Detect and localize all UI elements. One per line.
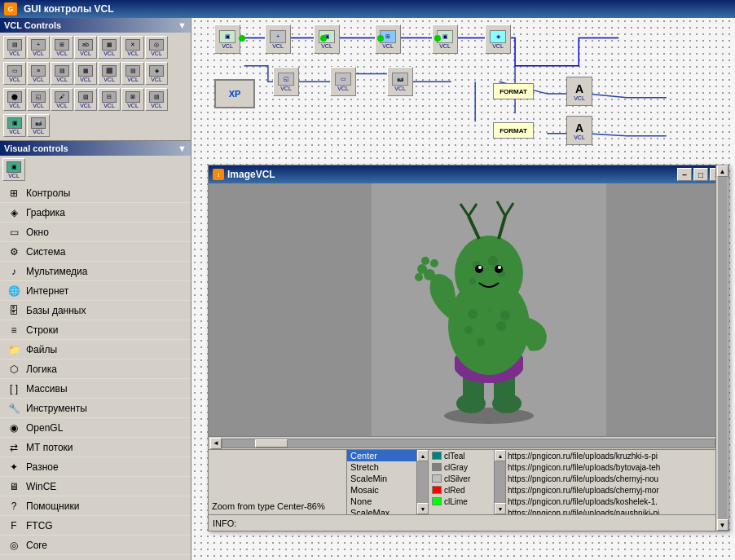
nav-item-system[interactable]: ⚙ Система [0, 242, 191, 262]
tool-r2-7[interactable]: ◈ VCL [145, 62, 168, 85]
tool-vcl-4[interactable]: ab VCL [74, 36, 97, 59]
hscroll-left[interactable]: ◄ [210, 438, 222, 449]
url-item-2[interactable]: https://pngicon.ru/file/uploads/bytovaja… [506, 461, 717, 473]
format-box-2[interactable]: FORMAT [493, 122, 534, 139]
minimize-button[interactable]: – [677, 168, 692, 181]
node-a-1[interactable]: A VCL [566, 77, 592, 106]
node-icon-2: + [270, 30, 286, 43]
svg-point-32 [455, 236, 523, 311]
color-item-silver[interactable]: clSilver [429, 473, 494, 484]
nav-item-ftcg[interactable]: F FTCG [0, 516, 191, 536]
nav-item-arrays[interactable]: [ ] Массивы [0, 379, 191, 399]
nav-item-kernelchip[interactable]: ⬡ KernelChip [0, 555, 191, 560]
list-item-stretch[interactable]: Stretch [347, 461, 416, 473]
nav-item-database[interactable]: 🗄 Базы данных [0, 301, 191, 320]
color-scrollbar[interactable]: ▲ ▼ [494, 450, 505, 514]
tool-r2-4[interactable]: ▦ VCL [74, 62, 97, 85]
node-1[interactable]: ▣ VCL [214, 24, 240, 54]
tool-r3-5[interactable]: ⊟ VCL [98, 88, 121, 111]
hscroll-thumb[interactable] [255, 439, 288, 448]
url-item-1[interactable]: https://pngicon.ru/file/uploads/kruzhki-… [506, 450, 717, 461]
nav-item-controls[interactable]: ⊞ Контролы [0, 183, 191, 203]
internet-icon: 🌐 [7, 284, 21, 298]
tool-r2-5[interactable]: ⬛ VCL [98, 62, 121, 85]
node-3[interactable]: ▣ VCL [314, 24, 340, 54]
tool-r4-1[interactable]: ▣ VCL [3, 114, 26, 137]
tool-vcl-7[interactable]: ◎ VCL [145, 36, 168, 59]
node-a-2[interactable]: A VCL [566, 116, 592, 145]
nav-item-internet[interactable]: 🌐 Интернет [0, 281, 191, 301]
wince-icon: 🖥 [7, 479, 21, 494]
nav-item-opengl[interactable]: ◉ OpenGL [0, 418, 191, 438]
visual-controls-toggle[interactable]: ▼ [178, 143, 187, 153]
node-2[interactable]: + VCL [265, 24, 291, 54]
color-scroll-up[interactable]: ▲ [495, 450, 506, 461]
tool-r3-1[interactable]: ⬤ VCL [3, 88, 26, 111]
maximize-button[interactable]: □ [693, 168, 708, 181]
color-item-gray[interactable]: clGray [429, 461, 494, 473]
tool-vcl-1[interactable]: ▤ VCL [3, 36, 26, 59]
color-item-lime[interactable]: clLime [429, 496, 494, 507]
node-r2-1[interactable]: ◱ VCL [273, 67, 299, 96]
list-scroll-up[interactable]: ▲ [417, 450, 429, 461]
list-scroll-down[interactable]: ▼ [417, 503, 429, 514]
image-vscrollbar[interactable]: ▲ ▼ [715, 165, 728, 531]
color-scroll-down[interactable]: ▼ [495, 503, 506, 514]
url-item-6[interactable]: https://pngicon.ru/file/uploads/naushnik… [506, 507, 717, 514]
tool-r3-4[interactable]: ▧ VCL [74, 88, 97, 111]
url-item-5[interactable]: https://pngicon.ru/file/uploads/koshelek… [506, 496, 717, 507]
tool-r3-3[interactable]: 🖋 VCL [51, 88, 73, 111]
nav-label-tools: Инструменты [26, 403, 87, 414]
tool-r2-6[interactable]: ▤ VCL [121, 62, 144, 85]
visual-controls-header[interactable]: Visual controls ▼ [0, 141, 191, 156]
tool-vcl-2[interactable]: + VCL [27, 36, 50, 59]
url-item-4[interactable]: https://pngicon.ru/file/uploads/chernyj-… [506, 484, 717, 496]
nav-item-core[interactable]: ◎ Core [0, 536, 191, 555]
svg-point-28 [417, 264, 427, 274]
tool-vcl-6[interactable]: ✕ VCL [121, 36, 144, 59]
nav-item-tools[interactable]: 🔧 Инструменты [0, 399, 191, 418]
image-hscrollbar[interactable]: ◄ ► [209, 436, 728, 449]
nav-item-logic[interactable]: ⬡ Логика [0, 359, 191, 379]
nav-item-strings[interactable]: ≡ Строки [0, 320, 191, 340]
list-item-scalemax[interactable]: ScaleMax [347, 507, 416, 514]
node-r2-2[interactable]: ▭ VCL [330, 67, 356, 96]
list-item-center[interactable]: Center [347, 450, 416, 461]
tool-r2-2[interactable]: ≡ VCL [27, 62, 50, 85]
node-r2-3[interactable]: 📷 VCL [387, 67, 413, 96]
nav-item-multimedia[interactable]: ♪ Мультимедиа [0, 262, 191, 281]
vcl-controls-toggle[interactable]: ▼ [178, 20, 187, 30]
tool-r2-1[interactable]: ▭ VCL [3, 62, 26, 85]
color-item-teal[interactable]: clTeal [429, 450, 494, 461]
node-xp[interactable]: XP [214, 79, 255, 108]
tool-r3-7[interactable]: ▤ VCL [145, 88, 168, 111]
node-6[interactable]: ◈ VCL [485, 24, 511, 54]
nav-item-window[interactable]: ▭ Окно [0, 223, 191, 242]
nav-item-graphics[interactable]: ◈ Графика [0, 203, 191, 223]
tool-vcl-3[interactable]: ⊞ VCL [51, 36, 73, 59]
svg-point-26 [477, 338, 485, 346]
vscroll-down[interactable]: ▼ [717, 519, 728, 531]
format-box-1[interactable]: FORMAT [493, 83, 534, 99]
nav-item-mt-streams[interactable]: ⇄ МТ потоки [0, 438, 191, 457]
nav-item-wince[interactable]: 🖥 WinCE [0, 477, 191, 496]
vcl-controls-header[interactable]: VCL Controls ▼ [0, 18, 191, 33]
nav-item-files[interactable]: 📁 Файлы [0, 340, 191, 359]
tool-r3-6[interactable]: ⊠ VCL [121, 88, 144, 111]
tool-r2-3[interactable]: ▤ VCL [51, 62, 73, 85]
tool-vcl-5[interactable]: ▦ VCL [98, 36, 121, 59]
visual-tool-1[interactable]: ▣ VCL [2, 158, 25, 181]
toolbar-row-1: ▤ VCL + VCL ⊞ VCL ab VCL [2, 34, 189, 60]
list-item-mosaic[interactable]: Mosaic [347, 484, 416, 496]
nav-item-misc[interactable]: ✦ Разное [0, 457, 191, 477]
tool-r4-2[interactable]: 📷 VCL [27, 114, 50, 137]
list-item-none[interactable]: None [347, 496, 416, 507]
vscroll-up[interactable]: ▲ [717, 165, 728, 177]
list-item-scalemin[interactable]: ScaleMin [347, 473, 416, 484]
url-item-3[interactable]: https://pngicon.ru/file/uploads/chernyj-… [506, 473, 717, 484]
color-item-red[interactable]: clRed [429, 484, 494, 496]
nav-item-helpers[interactable]: ? Помощники [0, 496, 191, 516]
list-scrollbar[interactable]: ▲ ▼ [416, 450, 428, 514]
kernelchip-icon: ⬡ [7, 558, 21, 561]
tool-r3-2[interactable]: ◱ VCL [27, 88, 50, 111]
